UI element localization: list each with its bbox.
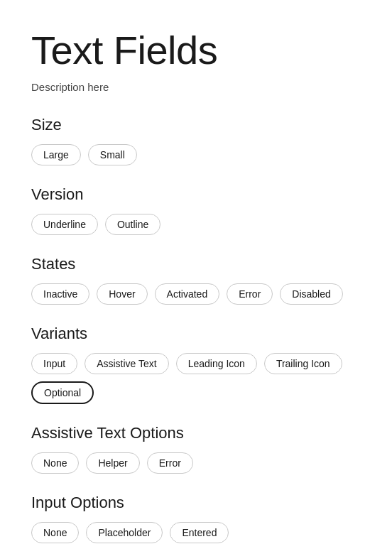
chip-leading-icon[interactable]: Leading Icon <box>176 353 257 374</box>
chip-assistive-text[interactable]: Assistive Text <box>85 353 169 374</box>
chip-optional[interactable]: Optional <box>31 381 94 404</box>
chip-error[interactable]: Error <box>147 452 193 474</box>
section-label-size: Size <box>31 116 361 134</box>
section-label-assistive-text-options: Assistive Text Options <box>31 424 361 442</box>
page-title: Text Fields <box>31 28 361 72</box>
chip-disabled[interactable]: Disabled <box>280 283 342 305</box>
chip-group-variants: InputAssistive TextLeading IconTrailing … <box>31 353 361 404</box>
chip-helper[interactable]: Helper <box>86 452 139 474</box>
chip-small[interactable]: Small <box>88 144 137 165</box>
chip-activated[interactable]: Activated <box>155 283 220 305</box>
chip-none[interactable]: None <box>31 522 79 543</box>
section-label-variants: Variants <box>31 325 361 343</box>
section-variants: VariantsInputAssistive TextLeading IconT… <box>31 325 361 404</box>
chip-group-states: InactiveHoverActivatedErrorDisabled <box>31 283 361 305</box>
chip-none[interactable]: None <box>31 452 79 474</box>
chip-outline[interactable]: Outline <box>105 214 160 235</box>
chip-group-input-options: NonePlaceholderEntered <box>31 522 361 543</box>
chip-group-version: UnderlineOutline <box>31 214 361 235</box>
chip-placeholder[interactable]: Placeholder <box>86 522 163 543</box>
section-input-options: Input OptionsNonePlaceholderEntered <box>31 494 361 543</box>
page-description: Description here <box>31 81 361 93</box>
chip-trailing-icon[interactable]: Trailing Icon <box>264 353 342 374</box>
section-label-states: States <box>31 255 361 273</box>
chip-entered[interactable]: Entered <box>170 522 229 543</box>
section-label-input-options: Input Options <box>31 494 361 512</box>
section-label-version: Version <box>31 185 361 204</box>
chip-inactive[interactable]: Inactive <box>31 283 89 305</box>
chip-underline[interactable]: Underline <box>31 214 98 235</box>
chip-hover[interactable]: Hover <box>97 283 147 305</box>
chip-error[interactable]: Error <box>227 283 273 305</box>
chip-input[interactable]: Input <box>31 353 77 374</box>
chip-group-assistive-text-options: NoneHelperError <box>31 452 361 474</box>
section-states: StatesInactiveHoverActivatedErrorDisable… <box>31 255 361 305</box>
chip-group-size: LargeSmall <box>31 144 361 165</box>
chip-large[interactable]: Large <box>31 144 81 165</box>
section-assistive-text-options: Assistive Text OptionsNoneHelperError <box>31 424 361 474</box>
section-version: VersionUnderlineOutline <box>31 185 361 235</box>
section-size: SizeLargeSmall <box>31 116 361 165</box>
